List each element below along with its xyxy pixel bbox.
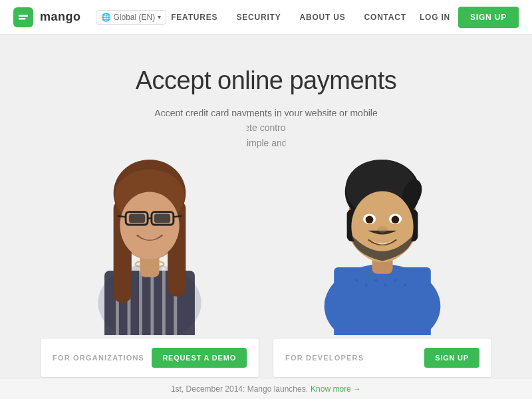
card-developers: FOR DEVELOPERS SIGN UP [273,116,492,378]
svg-point-34 [404,283,406,286]
logo-icon [13,7,33,27]
woman-svg [40,116,259,335]
card-label-organizations: FOR ORGANIZATIONS [53,354,144,362]
bottom-bar-text: 1st, December 2014: Mango launches. [171,384,308,394]
know-more-link[interactable]: Know more → [311,384,361,394]
header: mango 🌐 Global (EN) ▾ FEATURES SECURITY … [0,0,532,35]
nav-contact[interactable]: CONTACT [364,13,406,22]
logo-text: mango [40,10,81,24]
svg-rect-18 [129,214,145,223]
nav-about[interactable]: ABOUT US [299,13,345,22]
login-button[interactable]: LOG IN [420,13,450,22]
bottom-bar: 1st, December 2014: Mango launches. Know… [0,378,532,399]
mango-icon [17,11,29,23]
svg-point-44 [366,215,374,223]
svg-point-32 [384,283,387,286]
language-selector[interactable]: 🌐 Global (EN) ▾ [96,10,167,25]
svg-point-29 [355,279,358,282]
svg-rect-28 [334,267,431,335]
chevron-down-icon: ▾ [158,13,161,21]
nav-security[interactable]: SECURITY [236,13,281,22]
globe-icon: 🌐 [101,13,111,22]
card-action-developers: FOR DEVELOPERS SIGN UP [273,338,492,378]
lang-label: Global (EN) [114,13,156,22]
svg-rect-19 [154,214,170,223]
svg-point-31 [374,279,377,282]
svg-point-33 [394,279,396,282]
person-man-container [273,116,492,335]
svg-rect-0 [19,15,28,17]
svg-point-30 [365,283,368,286]
logo-area: mango 🌐 Global (EN) ▾ [13,7,166,27]
card-label-developers: FOR DEVELOPERS [285,354,364,362]
cards-area: FOR ORGANIZATIONS REQUEST A DEMO [0,116,532,378]
main-nav: FEATURES SECURITY ABOUT US CONTACT [171,13,406,22]
signup-button-header[interactable]: SIGN UP [458,7,519,28]
svg-rect-1 [19,17,26,19]
svg-point-46 [392,215,400,223]
request-demo-button[interactable]: REQUEST A DEMO [152,348,247,368]
card-organizations: FOR ORGANIZATIONS REQUEST A DEMO [40,116,259,378]
person-woman-container [40,116,259,335]
signup-button-card[interactable]: SIGN UP [424,348,479,368]
nav-features[interactable]: FEATURES [171,13,217,22]
hero-title: Accept online payments [0,66,532,95]
man-svg [273,116,492,335]
hero-section: Accept online payments Accept credit car… [0,35,532,399]
card-action-organizations: FOR ORGANIZATIONS REQUEST A DEMO [40,338,259,378]
svg-point-47 [377,226,388,233]
